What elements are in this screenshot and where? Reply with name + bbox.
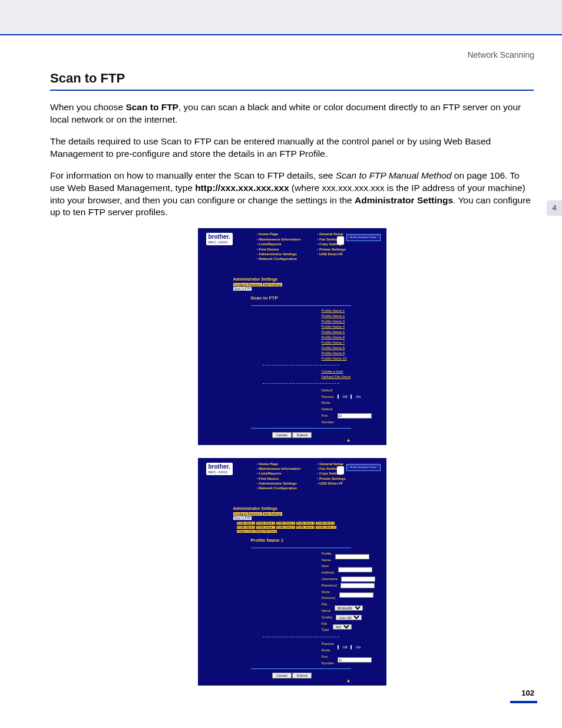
crumb-item-selected[interactable]: Scan to FTP (233, 516, 252, 520)
radio-on-label: On (356, 394, 361, 400)
file-type-label: File Type (322, 621, 329, 634)
scroll-top-icon[interactable]: ▲ (346, 678, 351, 683)
profile-tab[interactable]: Profile Name 8 (276, 526, 295, 529)
create-filename-tab[interactable]: Create a User Defined File Name (237, 530, 277, 533)
nav-link[interactable]: Lists/Reports (257, 471, 301, 476)
username-input[interactable] (341, 577, 375, 582)
radio-on[interactable] (351, 394, 352, 399)
password-label: Password (322, 582, 337, 589)
file-type-select[interactable]: PDF (333, 624, 352, 630)
nav-link-active[interactable]: Administrator Settings (257, 252, 301, 256)
nav-link[interactable]: Printer Settings (317, 247, 345, 252)
nav-link[interactable]: Network Configuration (257, 486, 301, 490)
nav-link[interactable]: Find Device (257, 476, 301, 481)
file-name-select[interactable]: BRN8A8B8 (335, 605, 363, 611)
profile-link[interactable]: Profile Name 2 (322, 314, 351, 319)
radio-off[interactable] (338, 394, 339, 399)
store-dir-input[interactable] (339, 592, 373, 598)
title-rule (50, 90, 534, 91)
submit-button[interactable]: Submit (292, 673, 312, 678)
cancel-button[interactable]: Cancel (272, 432, 292, 438)
screenshot-scan-to-ftp-list: brother. MFC- XXXX Brother Solutions Cen… (198, 228, 386, 444)
radio-on-label: On (356, 644, 361, 651)
crumb-item[interactable]: Configure Password (233, 512, 262, 516)
profile-link[interactable]: Profile Name 10 (322, 356, 351, 361)
nav-link[interactable]: Maintenance Information (257, 237, 301, 242)
model-text: MFC- XXXX (209, 470, 230, 474)
profile-link[interactable]: Profile Name 6 (322, 335, 351, 340)
port-number-label: Default Port Number (322, 406, 334, 425)
profile-link[interactable]: Profile Name 8 (322, 345, 351, 351)
profile-name-input[interactable] (335, 554, 369, 559)
box-title: Scan to FTP (251, 295, 386, 301)
file-name-label: File Name (322, 601, 331, 614)
text-bold: http://xxx.xxx.xxx.xxx (195, 183, 289, 193)
nav-link[interactable]: Lists/Reports (257, 242, 301, 246)
nav-link-active[interactable]: Administrator Settings (257, 481, 301, 486)
crumb-item[interactable]: Web Settings (263, 283, 283, 286)
nav-link[interactable]: Printer Settings (317, 476, 345, 481)
model-text: MFC- XXXX (209, 241, 230, 244)
password-input[interactable] (340, 583, 375, 588)
intro-paragraph-1: When you choose Scan to FTP, you can sca… (50, 101, 534, 126)
nav-link[interactable]: USB Direct I/F (317, 481, 345, 486)
profile-box: Profile Name 1 Profile Name 2 Profile Na… (251, 305, 351, 429)
nav-link[interactable]: Network Configuration (257, 256, 301, 261)
logo-text: brother. (209, 234, 230, 240)
page-title: Scan to FTP (50, 71, 534, 86)
passive-mode-label: Passive Mode (322, 641, 334, 654)
profile-link[interactable]: Profile Name 5 (322, 330, 351, 335)
breadcrumb: Configure PasswordWeb Settings Scan to F… (233, 512, 386, 520)
profile-link[interactable]: Profile Name 4 (322, 324, 351, 330)
page-icon (337, 466, 344, 475)
profile-tab[interactable]: Profile Name 5 (316, 522, 335, 525)
quality-select[interactable]: Color 150 (336, 615, 362, 620)
profile-tab[interactable]: Profile Name 3 (276, 522, 295, 525)
profile-tab[interactable]: Profile Name 9 (296, 526, 315, 529)
cancel-button[interactable]: Cancel (272, 673, 292, 678)
brother-logo: brother. MFC- XXXX (206, 233, 233, 245)
solutions-center-badge[interactable]: Brother Solutions Center (346, 234, 381, 241)
radio-on[interactable] (351, 645, 352, 650)
page-number: 102 (521, 689, 534, 697)
text-bold: Scan to FTP (125, 102, 178, 112)
admin-settings-heading: Administrator Settings (233, 277, 386, 281)
profile-tab[interactable]: Profile Name 4 (296, 522, 315, 525)
radio-off[interactable] (338, 645, 339, 650)
submit-button[interactable]: Submit (292, 432, 312, 438)
solutions-center-badge[interactable]: Brother Solutions Center (346, 464, 381, 471)
profile-tab[interactable]: Profile Name 1 (237, 522, 256, 525)
text: When you choose (50, 102, 125, 112)
intro-paragraph-2: The details required to use Scan to FTP … (50, 136, 534, 160)
nav-link[interactable]: Home Page (257, 232, 301, 236)
profile-tab[interactable]: Profile Name 7 (256, 526, 275, 529)
username-label: Username (322, 576, 338, 582)
scroll-top-icon[interactable]: ▲ (346, 437, 351, 443)
profile-link[interactable]: Profile Name 3 (322, 319, 351, 324)
profile-tab[interactable]: Profile Name 10 (316, 526, 336, 529)
intro-paragraph-3: For information on how to manually enter… (50, 170, 534, 219)
profile-tabs: Profile Name 1 Profile Name 2 Profile Na… (237, 521, 386, 533)
nav-link[interactable]: General Setup (317, 462, 345, 466)
nav-link[interactable]: USB Direct I/F (317, 252, 345, 256)
page-number-bar (510, 701, 537, 703)
profile-link[interactable]: Profile Name 7 (322, 340, 351, 345)
profile-tab[interactable]: Profile Name 2 (256, 522, 275, 525)
profile-tab[interactable]: Profile Name 6 (237, 526, 256, 529)
crumb-item-selected[interactable]: Scan to FTP (233, 287, 252, 291)
host-address-input[interactable] (338, 567, 372, 572)
profile-link[interactable]: Profile Name 9 (322, 351, 351, 356)
create-filename-link[interactable]: Create a User Defined File Name (322, 369, 351, 380)
crumb-item[interactable]: Web Settings (263, 512, 283, 516)
profile-link[interactable]: Profile Name 1 (322, 308, 351, 314)
port-number-input[interactable] (338, 657, 372, 663)
store-dir-label: Store Directory (322, 589, 336, 602)
top-bar (0, 0, 562, 35)
nav-link[interactable]: Maintenance Information (257, 466, 301, 471)
nav-link[interactable]: Find Device (257, 247, 301, 252)
logo-text: brother. (209, 464, 230, 470)
nav-link[interactable]: Home Page (257, 462, 301, 466)
port-number-input[interactable] (338, 413, 372, 419)
crumb-item[interactable]: Configure Password (233, 283, 262, 286)
profile-name-label: Profile Name (322, 551, 332, 564)
